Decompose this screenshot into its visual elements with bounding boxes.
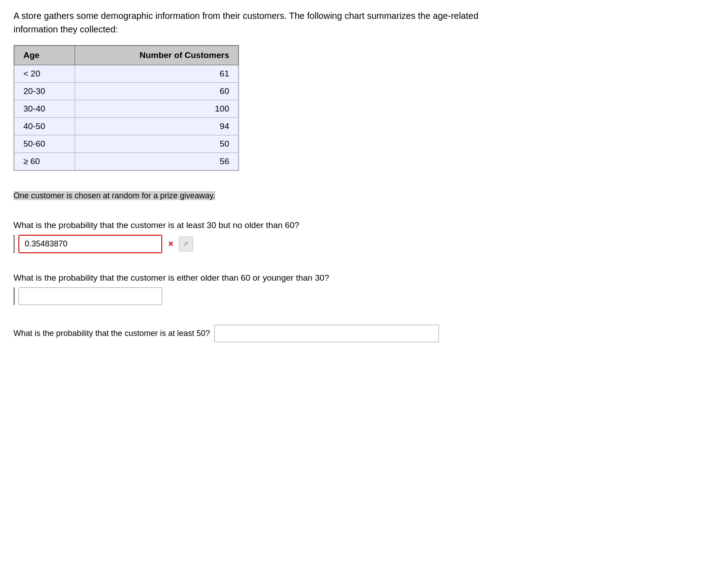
q2-section: What is the probability that the custome… — [13, 269, 715, 309]
table-cell-count: 60 — [75, 83, 239, 100]
q2-question-text: What is the probability that the custome… — [13, 273, 715, 283]
intro-paragraph: A store gathers some demographic informa… — [13, 11, 479, 34]
table-cell-age: 50-60 — [14, 135, 75, 153]
table-cell-age: ≥ 60 — [14, 153, 75, 170]
q3-question-text: What is the probability that the custome… — [13, 329, 210, 338]
intro-text: A store gathers some demographic informa… — [13, 9, 508, 36]
q1-answer-row: ✕ ♂ — [13, 235, 715, 253]
table-cell-age: < 20 — [14, 65, 75, 83]
table-row: 40-5094 — [14, 118, 239, 135]
q3-inline-row: What is the probability that the custome… — [13, 325, 715, 342]
table-cell-age: 30-40 — [14, 100, 75, 118]
table-cell-age: 20-30 — [14, 83, 75, 100]
col-customers-header: Number of Customers — [75, 46, 239, 65]
prize-text: One customer is chosen at random for a p… — [13, 191, 215, 200]
q2-answer-row — [13, 287, 715, 305]
table-cell-count: 100 — [75, 100, 239, 118]
q1-question-text: What is the probability that the custome… — [13, 220, 715, 230]
q1-section: What is the probability that the custome… — [13, 216, 715, 258]
table-row: 30-40100 — [14, 100, 239, 118]
q1-clear-button[interactable]: ✕ — [165, 238, 176, 250]
table-cell-age: 40-50 — [14, 118, 75, 135]
age-data-table: Age Number of Customers < 206120-306030-… — [14, 45, 239, 170]
q1-link-icon[interactable]: ♂ — [179, 237, 193, 251]
q3-section: What is the probability that the custome… — [13, 320, 715, 347]
table-row: ≥ 6056 — [14, 153, 239, 170]
table-row: 20-3060 — [14, 83, 239, 100]
prize-section: One customer is chosen at random for a p… — [13, 187, 715, 205]
q2-answer-input[interactable] — [18, 287, 162, 305]
col-age-header: Age — [14, 46, 75, 65]
q3-answer-input[interactable] — [214, 325, 439, 342]
table-cell-count: 56 — [75, 153, 239, 170]
table-cell-count: 61 — [75, 65, 239, 83]
q1-answer-input[interactable] — [18, 235, 162, 253]
table-row: 50-6050 — [14, 135, 239, 153]
table-row: < 2061 — [14, 65, 239, 83]
table-cell-count: 94 — [75, 118, 239, 135]
table-cell-count: 50 — [75, 135, 239, 153]
data-table-container: Age Number of Customers < 206120-306030-… — [13, 45, 239, 171]
